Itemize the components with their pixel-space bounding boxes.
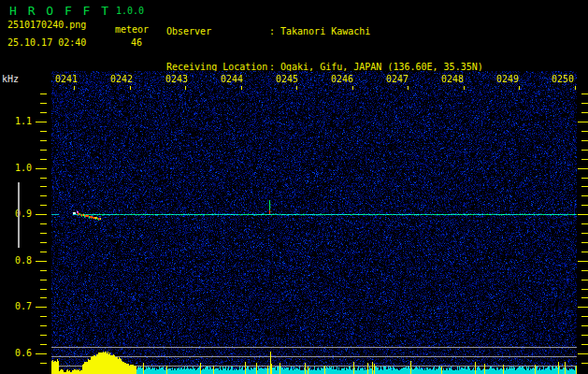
freq-tick-left (40, 131, 47, 132)
time-label: 0249 (489, 74, 526, 84)
info-row-observer: Observer:Takanori Kawachi (166, 26, 483, 38)
freq-tick-right (581, 344, 588, 345)
hrofft-window: H R O F F T 1.0.0 2510170240.png meteor … (0, 0, 588, 374)
freq-tick-right (581, 159, 588, 160)
freq-tick-right (581, 270, 588, 271)
time-tick (352, 86, 353, 90)
freq-tick-right (581, 178, 588, 179)
freq-label: 0.6 (0, 348, 32, 358)
freq-tick-left (40, 195, 47, 196)
freq-label: 1.1 (0, 116, 32, 126)
freq-label: 0.8 (0, 255, 32, 266)
freq-tick-right (578, 307, 588, 308)
time-label: 0242 (103, 74, 140, 84)
freq-tick-left (40, 335, 47, 336)
freq-tick-left (40, 178, 47, 179)
freq-label: 1.0 (0, 163, 32, 173)
freq-tick-left (40, 186, 47, 187)
time-tick (296, 86, 297, 90)
freq-tick-right (578, 122, 588, 122)
freq-tick-right (581, 316, 588, 317)
freq-tick-left (36, 214, 47, 215)
echo-count: 46 (131, 37, 142, 48)
freq-tick-right (578, 353, 588, 354)
freq-tick-right (581, 103, 588, 104)
freq-tick-right (581, 131, 588, 132)
time-label: 0245 (268, 74, 306, 84)
freq-tick-right (581, 150, 588, 151)
freq-tick-right (581, 195, 588, 196)
freq-tick-left (40, 233, 47, 234)
freq-tick-right (581, 297, 588, 298)
freq-tick-right (578, 214, 588, 215)
time-tick (74, 86, 75, 90)
time-label: 0246 (323, 74, 361, 84)
time-tick (185, 86, 186, 90)
time-label: 0248 (434, 74, 471, 84)
freq-tick-left (36, 261, 47, 262)
freq-tick-left (40, 103, 47, 104)
time-label: 0244 (213, 74, 251, 84)
freq-tick-left (40, 270, 47, 271)
time-label: 0241 (48, 74, 85, 84)
info-value: Takanori Kawachi (280, 26, 370, 36)
freq-tick-right (581, 186, 588, 187)
freq-tick-right (581, 205, 588, 206)
freq-tick-left (40, 150, 47, 151)
freq-tick-right (581, 335, 588, 336)
freq-tick-right (581, 94, 588, 94)
freq-tick-left (40, 252, 47, 252)
datetime-label: 25.10.17 02:40 (7, 37, 86, 48)
info-colon: : (269, 26, 280, 38)
freq-tick-left (36, 168, 47, 169)
freq-tick-left (40, 325, 47, 326)
time-tick (575, 86, 576, 90)
freq-tick-right (581, 223, 588, 224)
time-tick (519, 86, 520, 90)
freq-tick-right (578, 168, 588, 169)
khz-unit-label: kHz (2, 74, 19, 84)
freq-tick-left (40, 316, 47, 317)
freq-tick-left (36, 307, 47, 308)
mode-label: meteor (115, 24, 149, 35)
freq-tick-right (581, 242, 588, 243)
time-label: 0243 (158, 74, 195, 84)
output-filename: 2510170240.png (7, 20, 86, 30)
freq-label: 0.9 (0, 209, 32, 219)
freq-tick-left (36, 353, 47, 354)
freq-tick-right (581, 233, 588, 234)
freq-tick-left (40, 223, 47, 224)
freq-label: 0.7 (0, 301, 32, 311)
freq-tick-right (578, 261, 588, 262)
app-version: 1.0.0 (116, 6, 144, 16)
time-tick (241, 86, 242, 90)
time-tick (130, 86, 131, 90)
time-label: 0247 (379, 74, 416, 84)
time-tick (464, 86, 465, 90)
freq-tick-left (40, 205, 47, 206)
freq-tick-right (581, 280, 588, 280)
freq-tick-right (581, 363, 588, 364)
frequency-range-indicator (18, 182, 20, 248)
freq-tick-right (581, 112, 588, 113)
freq-tick-right (581, 140, 588, 141)
freq-tick-left (36, 122, 47, 122)
freq-tick-right (581, 325, 588, 326)
freq-tick-left (40, 344, 47, 345)
app-title: H R O F F T (9, 4, 110, 18)
info-value: Ogaki, Gifu, JAPAN (136.60E, 35.35N) (280, 62, 483, 72)
time-label: 0250 (544, 74, 581, 84)
freq-tick-left (40, 112, 47, 113)
freq-tick-right (581, 252, 588, 252)
info-label: Observer (166, 26, 269, 38)
freq-tick-left (40, 363, 47, 364)
freq-tick-left (40, 94, 47, 94)
freq-tick-left (40, 297, 47, 298)
time-tick (408, 86, 409, 90)
freq-tick-left (40, 159, 47, 160)
freq-tick-left (40, 280, 47, 280)
freq-tick-left (40, 140, 47, 141)
spectrogram-canvas (51, 71, 577, 374)
freq-tick-left (40, 289, 47, 290)
freq-tick-left (40, 242, 47, 243)
